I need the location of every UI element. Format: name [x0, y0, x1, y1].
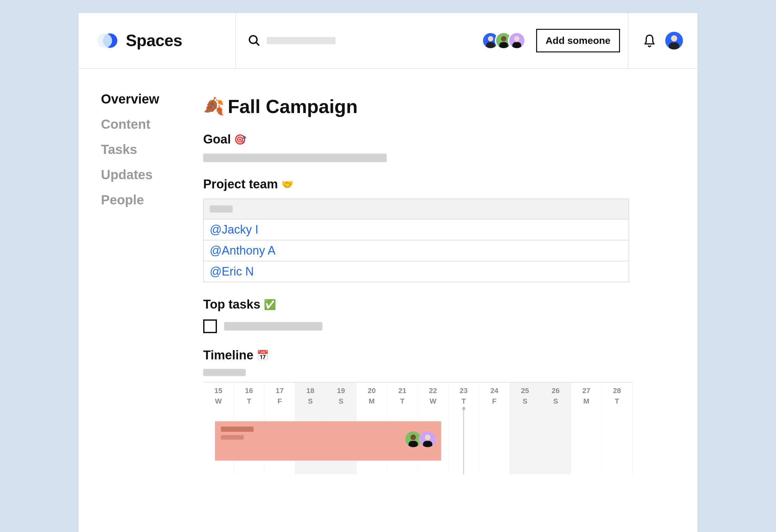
brand-logo-icon — [97, 30, 118, 51]
svg-point-2 — [98, 33, 112, 48]
timeline-day-letter: T — [449, 397, 479, 406]
team-member-link[interactable]: @Eric N — [204, 261, 628, 282]
timeline-day-letter: S — [510, 397, 540, 406]
member-avatar[interactable] — [508, 32, 526, 49]
section-timeline-label: Timeline — [203, 348, 253, 362]
svg-point-9 — [501, 36, 506, 41]
timeline: 15W16T17F18S19S20M21T22W23T24F25S26S27M2… — [203, 382, 632, 474]
check-icon: ✅ — [264, 299, 276, 310]
timeline-day-number: 21 — [387, 386, 417, 395]
sidebar-item-people[interactable]: People — [101, 187, 203, 213]
timeline-day-number: 28 — [602, 386, 632, 395]
task-checkbox[interactable] — [203, 319, 217, 333]
svg-point-6 — [488, 36, 493, 41]
event-avatars — [404, 431, 436, 448]
team-table-header — [204, 199, 628, 220]
team-member-link[interactable]: @Jacky I — [204, 220, 628, 240]
section-tasks-heading: Top tasks ✅ — [203, 297, 678, 311]
topbar-middle: Add someone — [236, 13, 628, 68]
svg-rect-7 — [486, 42, 495, 48]
svg-rect-16 — [669, 42, 679, 49]
team-member-link[interactable]: @Anthony A — [204, 240, 628, 261]
page-title-text: Fall Campaign — [228, 95, 358, 117]
timeline-day-letter: S — [295, 397, 326, 406]
svg-line-4 — [256, 42, 259, 45]
timeline-event[interactable] — [215, 421, 441, 461]
task-row — [203, 319, 678, 333]
event-title-placeholder — [221, 427, 254, 432]
timeline-day-number: 23 — [449, 386, 479, 395]
svg-rect-10 — [499, 42, 508, 48]
app-window: Spaces — [79, 13, 697, 532]
sidebar-item-overview[interactable]: Overview — [101, 86, 203, 112]
event-assignee-avatar[interactable] — [419, 431, 436, 448]
today-marker-line — [463, 409, 464, 474]
timeline-day-letter: T — [234, 397, 264, 406]
timeline-day[interactable]: 27M — [571, 382, 602, 474]
timeline-day-letter: S — [326, 397, 356, 406]
body: Overview Content Tasks Updates People 🍂 … — [79, 69, 697, 474]
event-subtitle-placeholder — [221, 435, 244, 440]
timeline-day-letter: W — [418, 397, 448, 406]
timeline-grid: 15W16T17F18S19S20M21T22W23T24F25S26S27M2… — [203, 382, 632, 474]
sidebar-item-updates[interactable]: Updates — [101, 162, 203, 187]
svg-rect-19 — [409, 441, 418, 447]
timeline-day-number: 20 — [357, 386, 387, 395]
add-someone-button[interactable]: Add someone — [536, 29, 620, 52]
timeline-day-number: 16 — [234, 386, 264, 395]
section-goal-label: Goal — [203, 132, 231, 147]
goal-placeholder[interactable] — [203, 154, 387, 162]
timeline-day[interactable]: 24F — [479, 382, 510, 474]
timeline-day-number: 19 — [326, 386, 356, 395]
timeline-day-number: 25 — [510, 386, 540, 395]
sidebar: Overview Content Tasks Updates People — [79, 69, 203, 474]
timeline-day-number: 17 — [264, 386, 295, 395]
timeline-day[interactable]: 26S — [540, 382, 571, 474]
sidebar-item-tasks[interactable]: Tasks — [101, 137, 203, 162]
timeline-day-letter: T — [602, 397, 632, 406]
timeline-subheading-placeholder — [203, 369, 246, 376]
section-team-label: Project team — [203, 177, 278, 191]
leaf-icon: 🍂 — [203, 96, 224, 116]
member-avatar-stack[interactable] — [482, 32, 526, 49]
search-placeholder — [267, 37, 336, 44]
section-timeline-heading: Timeline 📅 — [203, 348, 678, 362]
search-icon — [248, 34, 261, 47]
svg-point-12 — [514, 36, 520, 41]
timeline-day-letter: S — [540, 397, 571, 406]
svg-rect-13 — [512, 42, 521, 48]
timeline-day-letter: F — [264, 397, 295, 406]
handshake-icon: 🤝 — [281, 179, 293, 190]
sidebar-item-content[interactable]: Content — [101, 112, 203, 137]
timeline-day-letter: M — [571, 397, 602, 406]
notifications-icon[interactable] — [643, 33, 656, 48]
timeline-day-letter: F — [479, 397, 510, 406]
search[interactable] — [248, 34, 475, 47]
brand-name: Spaces — [126, 31, 182, 50]
svg-point-21 — [425, 435, 431, 440]
timeline-day-number: 15 — [203, 386, 234, 395]
svg-rect-22 — [423, 441, 432, 447]
topbar: Spaces — [79, 13, 697, 69]
task-placeholder[interactable] — [224, 322, 323, 330]
section-goal-heading: Goal 🎯 — [203, 132, 678, 147]
timeline-day[interactable]: 25S — [510, 382, 541, 474]
timeline-day-number: 24 — [479, 386, 510, 395]
calendar-icon: 📅 — [256, 349, 269, 361]
timeline-day-number: 26 — [540, 386, 571, 395]
timeline-day[interactable]: 28T — [602, 382, 632, 474]
brand: Spaces — [79, 13, 236, 68]
svg-point-18 — [411, 435, 416, 440]
timeline-day-number: 22 — [418, 386, 448, 395]
page-title: 🍂 Fall Campaign — [203, 95, 678, 117]
main: 🍂 Fall Campaign Goal 🎯 Project team 🤝 @J… — [203, 69, 697, 474]
team-table-header-placeholder — [210, 205, 233, 213]
timeline-day-number: 27 — [571, 386, 602, 395]
timeline-day-number: 18 — [295, 386, 326, 395]
current-user-avatar[interactable] — [665, 32, 683, 49]
topbar-right — [628, 13, 697, 68]
section-team-heading: Project team 🤝 — [203, 177, 678, 191]
svg-point-3 — [249, 36, 257, 43]
timeline-day[interactable]: 23T — [449, 382, 479, 474]
timeline-day-letter: T — [387, 397, 417, 406]
